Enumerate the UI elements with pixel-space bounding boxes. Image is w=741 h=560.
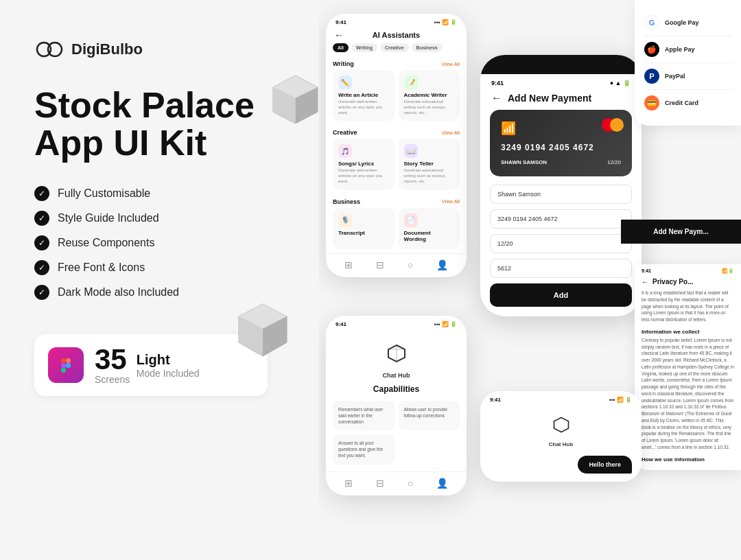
writing-cards: ✏️ Write an Article Generate well-writte…: [326, 70, 467, 125]
apple-pay-logo: 🍎: [644, 42, 659, 57]
feature-item: ✓ Dark Mode also Included: [34, 285, 288, 300]
privacy-body: It is a long established fact that a rea…: [635, 290, 741, 470]
badge-figma-icon: [48, 347, 84, 383]
status-bar-3: 9:41 ▪▪▪ 📶 🔋: [326, 316, 467, 330]
card-number: 3249 0194 2405 4672: [501, 143, 621, 152]
field-cvv[interactable]: 5612: [490, 259, 632, 278]
business-cards: 🎙️ Transcript 📄 Document Wording: [326, 208, 467, 253]
nav-user-icon[interactable]: 👤: [436, 259, 448, 270]
logo-area: DigiBulbo: [34, 34, 288, 65]
chat-bubble: Hello there: [578, 456, 632, 474]
status-bar-5: 9:41 ▪▪▪ 📶 🔋: [480, 391, 642, 406]
screens-area: 9:41 ▪▪▪ 📶 🔋 ← AI Assistants All Writing…: [319, 0, 741, 560]
nav-user-icon[interactable]: 👤: [436, 478, 448, 489]
screens-badge: 35 Screens Light Mode Included: [34, 334, 268, 396]
features-list: ✓ Fully Customisable ✓ Style Guide Inclu…: [34, 186, 288, 310]
filter-pills: All Writing Creative Business: [326, 43, 467, 56]
svg-rect-5: [61, 368, 66, 373]
phone-privacy-policy: 9:41 📶🔋 ← Privacy Po... It is a long est…: [635, 264, 741, 470]
google-pay-logo: G: [644, 15, 659, 30]
filter-business[interactable]: Business: [412, 43, 443, 52]
creative-cards: 🎵 Songs/ Lyrics Generate well-written ar…: [326, 139, 467, 194]
hex-shape-top: [270, 72, 321, 130]
check-icon: ✓: [34, 235, 49, 250]
payment-paypal[interactable]: P PayPal: [644, 63, 731, 90]
svg-rect-4: [61, 363, 66, 368]
section-creative-header: Creative View All: [326, 125, 467, 139]
svg-rect-3: [66, 358, 71, 363]
status-bar: 9:41 ▪▪▪ 📶 🔋: [326, 14, 467, 28]
filter-all[interactable]: All: [333, 43, 349, 52]
check-icon: ✓: [34, 260, 49, 275]
status-bar-2: 9:41 ● ▲ 🔋: [480, 74, 642, 89]
card-songs-lyrics: 🎵 Songs/ Lyrics Generate well-written ar…: [333, 139, 395, 189]
nav-clock-icon[interactable]: ○: [408, 478, 413, 489]
card-icon: 📖: [404, 144, 418, 158]
svg-rect-2: [61, 358, 66, 363]
chat-hub-icon-5: [480, 406, 642, 441]
payment-options-panel: G Google Pay 🍎 Apple Pay P PayPal 💳 Cred…: [635, 0, 741, 126]
nav-grid-icon[interactable]: ⊟: [376, 478, 384, 489]
card-icon: 🎵: [338, 144, 352, 158]
cap-card-1: Remembers what user said earlier in the …: [333, 401, 395, 430]
card-icon: 📝: [404, 75, 418, 89]
filter-creative[interactable]: Creative: [380, 43, 409, 52]
brand-logo-icon: [34, 34, 64, 65]
phone-chat-hub: 9:41 ▪▪▪ 📶 🔋 Chat Hub Capabilities Remem…: [326, 316, 467, 495]
feature-item: ✓ Reuse Components: [34, 235, 288, 250]
chat-hub-label-5: Chat Hub: [480, 441, 642, 447]
check-icon: ✓: [34, 186, 49, 201]
section-business-header: Business View All: [326, 194, 467, 208]
paypal-logo: P: [644, 69, 659, 84]
card-document-wording: 📄 Document Wording: [399, 208, 460, 249]
phone-header: ← AI Assistants: [326, 28, 467, 43]
payment-credit-card[interactable]: 💳 Credit Card: [644, 90, 731, 116]
field-card-number[interactable]: 3249 0194 2405 4672: [490, 209, 632, 229]
phone-top-bar: [480, 55, 642, 74]
phone2-header: ← Add New Payment: [480, 89, 642, 110]
card-story-teller: 📖 Story Teller Generate educational writ…: [399, 139, 460, 189]
mode-labels: Light Mode Included: [137, 352, 200, 379]
field-cardholder-name[interactable]: Shawn Samson: [490, 185, 632, 204]
feature-item: ✓ Style Guide Included: [34, 211, 288, 226]
phone-chat-hello: 9:41 ▪▪▪ 📶 🔋 Chat Hub Hello there: [480, 391, 642, 482]
filter-writing[interactable]: Writing: [351, 43, 377, 52]
nav-grid-icon[interactable]: ⊟: [376, 259, 384, 270]
field-expiry[interactable]: 12/20: [490, 234, 632, 253]
feature-item: ✓ Free Font & Icons: [34, 260, 288, 275]
nav-home-icon[interactable]: ⊞: [344, 478, 353, 489]
add-new-payment-button[interactable]: Add New Paym...: [621, 220, 741, 244]
screens-count: 35: [95, 345, 127, 374]
chat-hub-icon: [326, 330, 467, 372]
nav-home-icon[interactable]: ⊞: [344, 259, 353, 270]
card-footer: SHAWN SAMSON 12/20: [501, 159, 621, 165]
bottom-nav-3: ⊞ ⊟ ○ 👤: [326, 471, 467, 495]
capabilities-grid: Remembers what user said earlier in the …: [326, 401, 467, 471]
feature-item: ✓ Fully Customisable: [34, 186, 288, 201]
bottom-nav: ⊞ ⊟ ○ 👤: [326, 253, 467, 277]
card-transcript: 🎙️ Transcript: [333, 208, 395, 249]
cap-card-2: Allows user to provide follow-up correct…: [399, 401, 460, 430]
payment-google-pay[interactable]: G Google Pay: [644, 10, 731, 36]
check-icon: ✓: [34, 285, 49, 300]
brand-name: DigiBulbo: [71, 40, 143, 58]
privacy-section-heading: Information we collect: [642, 329, 734, 335]
hero-title: Stock Palace App UI Kit: [34, 86, 288, 161]
back-arrow-icon: ←: [334, 30, 344, 40]
cap-card-3: Answer to all your questions and give th…: [333, 434, 395, 464]
screens-label: Screens: [95, 374, 130, 385]
card-academic-writer: 📝 Academic Writer Generate educational w…: [399, 70, 460, 121]
capabilities-title: Capabilities: [326, 384, 467, 394]
payment-apple-pay[interactable]: 🍎 Apple Pay: [644, 36, 731, 63]
privacy-section2-heading: How we use information: [642, 456, 734, 463]
svg-point-6: [66, 363, 71, 368]
check-icon: ✓: [34, 211, 49, 226]
nav-clock-icon[interactable]: ○: [408, 259, 413, 270]
privacy-section-content: Contrary to popular belief, Lorem Ipsum …: [642, 337, 734, 451]
add-button[interactable]: Add: [490, 283, 632, 307]
privacy-header: ← Privacy Po...: [635, 275, 741, 290]
phone-add-payment: 9:41 ● ▲ 🔋 ← Add New Payment 📶 3249 0194…: [480, 55, 642, 316]
phone-ai-assistants: 9:41 ▪▪▪ 📶 🔋 ← AI Assistants All Writing…: [326, 14, 467, 277]
credit-card-logo: 💳: [644, 95, 659, 110]
back-arrow-icon: ←: [642, 278, 648, 285]
